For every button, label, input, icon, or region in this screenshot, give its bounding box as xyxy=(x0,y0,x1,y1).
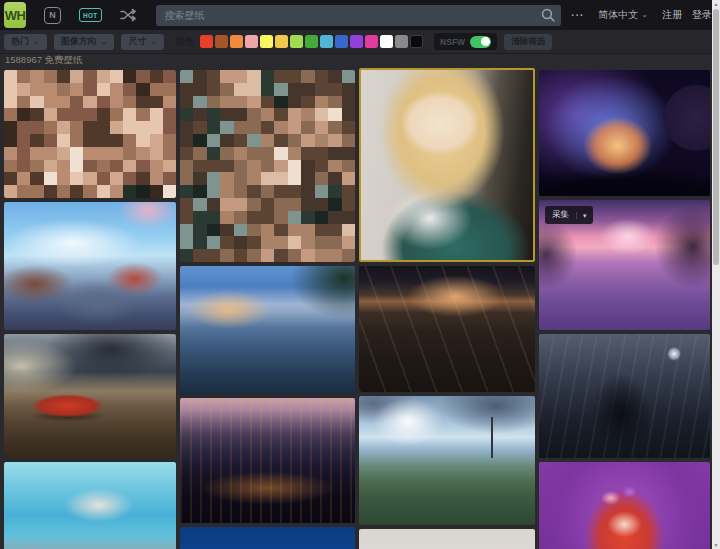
color-swatch-brown[interactable] xyxy=(215,35,228,48)
censored-mosaic xyxy=(180,70,355,262)
more-menu-button[interactable]: ··· xyxy=(571,10,584,21)
hot-badge-icon: HOT xyxy=(79,8,102,22)
scrollbar-thumb[interactable] xyxy=(713,9,719,265)
nsfw-filter: NSFW xyxy=(434,33,497,50)
chevron-down-icon: ⌄ xyxy=(641,11,648,19)
top-bar-right: ··· 简体中文 ⌄ 注册 登录 xyxy=(571,8,712,22)
filter-orientation-dropdown[interactable]: 图像方向⌄ xyxy=(54,34,115,50)
results-count: 1588967 免费壁纸 xyxy=(5,54,83,67)
chevron-down-icon: ⌄ xyxy=(101,38,108,46)
thumb-railway-autumn[interactable] xyxy=(359,266,535,392)
grid-column xyxy=(4,70,176,549)
filter-size-label: 尺寸 xyxy=(128,35,146,48)
search-input[interactable] xyxy=(156,5,562,26)
thumb-anime-village[interactable] xyxy=(4,202,176,330)
latest-nav-item[interactable]: N xyxy=(44,7,61,24)
hot-nav-item[interactable]: HOT xyxy=(79,8,102,22)
random-nav-item[interactable] xyxy=(120,8,136,22)
filter-dropdowns: 热门⌄图像方向⌄尺寸⌄ xyxy=(4,34,164,50)
filter-popular-dropdown[interactable]: 热门⌄ xyxy=(4,34,47,50)
color-swatch-black[interactable] xyxy=(410,35,423,48)
filter-bar: 热门⌄图像方向⌄尺寸⌄ 颜色 NSFW 清除筛选 xyxy=(0,30,712,54)
scroll-up-icon[interactable]: ▲ xyxy=(712,0,720,8)
chevron-down-icon: ⌄ xyxy=(33,38,40,46)
toggle-knob xyxy=(481,37,490,46)
grid-column xyxy=(180,70,355,549)
color-swatch-blue[interactable] xyxy=(335,35,348,48)
color-swatch-pink[interactable] xyxy=(245,35,258,48)
page-scrollbar[interactable]: ▲ ▼ xyxy=(712,0,720,549)
thumb-anime-blonde-girl[interactable] xyxy=(359,68,535,262)
chevron-down-icon: ⌄ xyxy=(150,38,157,46)
thumb-wetland-sky[interactable] xyxy=(359,396,535,525)
login-link[interactable]: 登录 xyxy=(692,8,712,22)
thumb-galaxy-planet[interactable] xyxy=(539,70,710,196)
nsfw-toggle[interactable] xyxy=(470,36,491,48)
grid-column xyxy=(359,68,535,549)
color-swatch-gold[interactable] xyxy=(275,35,288,48)
scroll-down-icon[interactable]: ▼ xyxy=(712,541,720,549)
color-swatch-green[interactable] xyxy=(305,35,318,48)
grid-column: 采集▾ xyxy=(539,70,710,549)
collect-button[interactable]: 采集▾ xyxy=(545,206,593,224)
color-swatch-orange[interactable] xyxy=(230,35,243,48)
censored-mosaic xyxy=(4,70,176,198)
filter-size-dropdown[interactable]: 尺寸⌄ xyxy=(121,34,164,50)
shuffle-icon xyxy=(120,8,136,22)
clear-filters-button[interactable]: 清除筛选 xyxy=(504,34,552,50)
nsfw-label: NSFW xyxy=(440,37,465,47)
thumb-purple-lake-sunset[interactable]: 采集▾ xyxy=(539,200,710,330)
collect-label: 采集 xyxy=(545,209,576,221)
language-selector[interactable]: 简体中文 ⌄ xyxy=(598,8,648,22)
thumb-lake-shore-dusk[interactable] xyxy=(180,266,355,394)
color-swatch-white[interactable] xyxy=(380,35,393,48)
thumb-dark-figure-stairs[interactable] xyxy=(539,334,710,458)
color-swatches xyxy=(200,35,423,48)
color-swatch-gray[interactable] xyxy=(395,35,408,48)
new-badge-icon: N xyxy=(44,7,61,24)
colors-label: 颜色 xyxy=(175,35,193,48)
top-navigation-bar: WH N HOT ··· 简体中文 xyxy=(0,0,712,30)
search-bar xyxy=(156,5,562,26)
color-swatch-magenta[interactable] xyxy=(365,35,378,48)
color-swatch-purple[interactable] xyxy=(350,35,363,48)
thumb-beige-portrait[interactable] xyxy=(359,529,535,549)
color-swatch-sky-blue[interactable] xyxy=(320,35,333,48)
search-icon[interactable] xyxy=(541,8,555,22)
wallpaper-grid: 采集▾ xyxy=(0,68,712,549)
thumb-censored-2[interactable] xyxy=(180,70,355,262)
color-swatch-yellow[interactable] xyxy=(260,35,273,48)
register-link[interactable]: 注册 xyxy=(662,8,682,22)
thumb-city-skyline[interactable] xyxy=(180,398,355,523)
thumb-censored-1[interactable] xyxy=(4,70,176,198)
color-swatch-red[interactable] xyxy=(200,35,213,48)
wallpaper-browser-page: WH N HOT ··· 简体中文 xyxy=(0,0,720,549)
language-label: 简体中文 xyxy=(598,8,638,22)
thumb-deep-blue-fish[interactable] xyxy=(180,527,355,549)
thumb-redhair-anime-girl[interactable] xyxy=(539,462,710,549)
filter-popular-label: 热门 xyxy=(11,35,29,48)
color-swatch-light-green[interactable] xyxy=(290,35,303,48)
filter-orientation-label: 图像方向 xyxy=(61,35,97,48)
thumb-underwater-reef[interactable] xyxy=(4,462,176,549)
caret-down-icon: ▾ xyxy=(576,212,593,219)
wallhaven-logo[interactable]: WH xyxy=(4,2,26,28)
thumb-red-car-landscape[interactable] xyxy=(4,334,176,458)
